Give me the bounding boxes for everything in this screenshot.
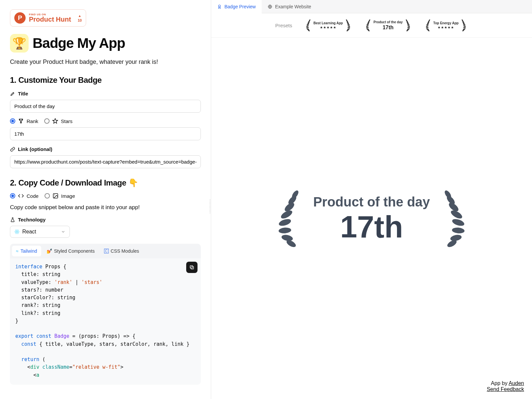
link-icon	[10, 147, 15, 152]
preset-top-energy[interactable]: Top Energy App ★★★★★	[424, 19, 468, 31]
tab-example-website-label: Example Website	[275, 4, 311, 9]
rank-label: Rank	[27, 118, 38, 124]
technology-value: React	[22, 229, 36, 235]
tab-css-label: CSS Modules	[111, 248, 139, 254]
styled-icon: 💅	[47, 248, 52, 254]
tab-tailwind-label: Tailwind	[21, 248, 37, 254]
product-hunt-widget[interactable]: P FIND US ON Product Hunt ▲ 10	[10, 9, 86, 27]
title-input[interactable]	[10, 100, 201, 113]
copy-code-button[interactable]	[186, 262, 198, 273]
trophy-icon	[18, 118, 24, 124]
preview-tabs: Badge Preview Example Website	[211, 0, 532, 13]
preset-rank: 17th	[383, 25, 394, 31]
product-hunt-logo-icon: P	[14, 12, 26, 24]
radio-image[interactable]: Image	[45, 193, 75, 199]
preset-title: Product of the day	[373, 20, 403, 24]
code-snippet[interactable]: interface Props { title: string valueTyp…	[10, 258, 201, 385]
react-icon	[14, 229, 20, 234]
laurel-right-icon	[440, 190, 473, 247]
link-label: Link (optional)	[18, 146, 52, 152]
radio-stars[interactable]: Stars	[44, 118, 72, 124]
preset-title: Best Learning App	[314, 21, 343, 25]
preset-stars: ★★★★★	[320, 26, 336, 29]
code-label: Code	[27, 193, 39, 199]
ph-name-label: Product Hunt	[29, 16, 71, 23]
preset-stars: ★★★★★	[438, 26, 454, 29]
radio-rank[interactable]: Rank	[10, 118, 38, 124]
rank-input[interactable]	[10, 127, 201, 140]
radio-code[interactable]: Code	[10, 193, 39, 199]
upvote-arrow-icon: ▲	[78, 14, 81, 18]
preset-title: Top Energy App	[433, 21, 459, 25]
pencil-icon	[10, 91, 15, 96]
copy-icon	[189, 265, 195, 270]
footer-feedback-link[interactable]: Send Feedback	[487, 386, 524, 392]
section2-heading: 2. Copy Code / Download Image 👇	[10, 178, 201, 188]
tab-example-website[interactable]: Example Website	[262, 0, 317, 13]
upvote-count: 10	[78, 18, 82, 22]
badge-rank: 17th	[340, 211, 403, 242]
code-icon	[18, 193, 24, 199]
stars-label: Stars	[61, 118, 72, 124]
footer-by-prefix: App by	[491, 380, 508, 386]
css-icon: 🄲	[104, 248, 109, 254]
tailwind-icon: ≈	[16, 248, 19, 254]
technology-select[interactable]: React	[10, 226, 70, 238]
app-tagline: Create your Product Hunt badge, whatever…	[10, 59, 201, 66]
tab-styled-label: Styled Components	[54, 248, 95, 254]
copy-hint: Copy code snippet below and paste it int…	[10, 204, 201, 211]
chevron-down-icon	[61, 229, 66, 234]
app-title: Badge My App	[33, 35, 125, 51]
technology-label: Technology	[18, 217, 46, 222]
tab-css-modules[interactable]: 🄲 CSS Modules	[100, 246, 143, 256]
code-tabs: ≈ Tailwind 💅 Styled Components 🄲 CSS Mod…	[10, 244, 201, 258]
tab-badge-preview[interactable]: Badge Preview	[211, 0, 262, 13]
image-label: Image	[61, 193, 75, 199]
tab-tailwind[interactable]: ≈ Tailwind	[12, 246, 41, 256]
globe-icon	[268, 4, 272, 9]
image-icon	[53, 193, 59, 199]
star-icon	[52, 118, 58, 124]
preset-best-learning[interactable]: Best Learning App ★★★★★	[304, 19, 352, 31]
link-input[interactable]	[10, 155, 201, 168]
badge-preview: Product of the day 17th	[270, 190, 473, 247]
preset-product-of-day[interactable]: Product of the day 17th	[364, 19, 412, 31]
footer-author-link[interactable]: Auden	[509, 380, 524, 386]
app-trophy-icon: 🏆	[10, 34, 29, 53]
tab-badge-preview-label: Badge Preview	[224, 4, 256, 9]
flask-icon	[10, 217, 15, 222]
presets-label: Presets	[275, 23, 292, 28]
section1-heading: 1. Customize Your Badge	[10, 75, 201, 85]
award-icon	[217, 4, 222, 9]
title-label: Title	[18, 91, 28, 96]
laurel-left-icon	[270, 190, 303, 247]
tab-styled-components[interactable]: 💅 Styled Components	[43, 246, 99, 256]
badge-title: Product of the day	[313, 195, 430, 209]
